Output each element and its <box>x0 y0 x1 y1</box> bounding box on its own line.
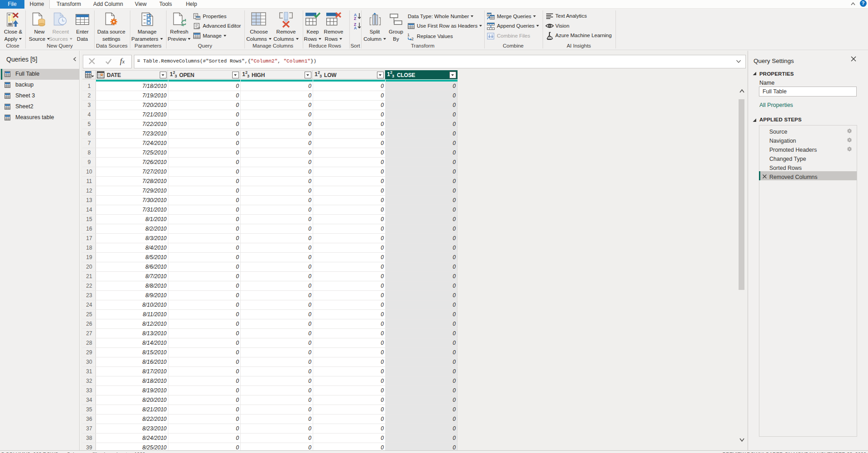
svg-text:1: 1 <box>407 33 410 37</box>
svg-text:Z: Z <box>354 16 356 20</box>
svg-text:2: 2 <box>411 37 414 41</box>
svg-text:A: A <box>354 26 357 30</box>
